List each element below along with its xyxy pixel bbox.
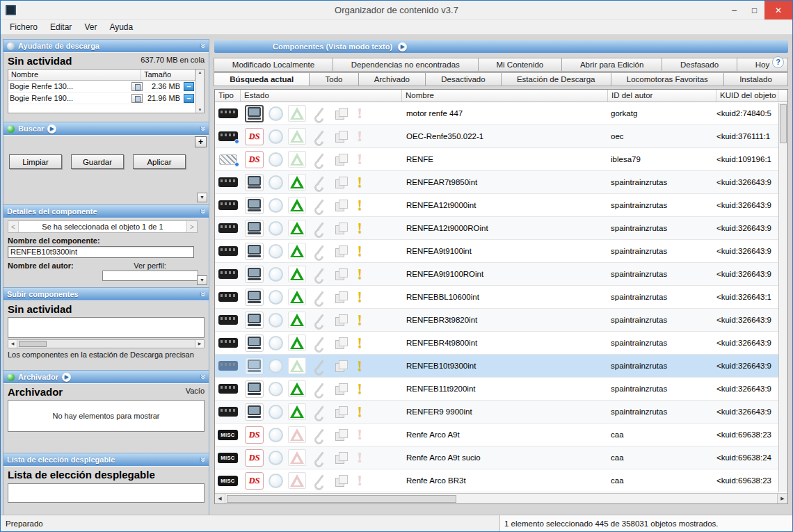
filter-tab[interactable]: Mi Contenido [478,58,562,72]
view-mode-arrow-icon[interactable] [398,42,407,51]
remove-from-queue-button[interactable] [184,94,194,103]
panel-header-details[interactable]: Detalles del componente [3,205,209,218]
menu-item[interactable]: Ayuda [103,21,139,33]
queue-item-file-icon[interactable] [131,94,143,103]
filter-tab[interactable]: Todo [309,72,358,86]
component-row[interactable]: DS OEC-Renfe350.022-1 oec <kuid:376111:1 [215,125,787,148]
panel-header-download-helper[interactable]: Ayudante de descarga [3,40,209,52]
collapse-chevrons-icon[interactable] [200,208,205,215]
triangle-status-icon [288,243,306,259]
component-row[interactable]: DS RENFE iblesa79 <kuid:109196:1 [215,148,787,171]
column-header[interactable]: KUID del objeto [716,90,778,102]
scroll-right-icon[interactable] [777,494,787,503]
vertical-scrollbar-thumb[interactable] [780,104,787,143]
type-icon: MISC [218,476,238,486]
component-row[interactable]: RENFER9 9900int spaintrainzrutas <kuid:3… [215,401,787,424]
panel-header-search[interactable]: Buscar [3,122,209,135]
search-action-button[interactable]: Guardar [71,154,124,169]
component-row[interactable]: RENFEA12t9000ROint spaintrainzrutas <kui… [215,217,787,240]
download-row[interactable]: Bogie Renfe 130... 2.36 MB [8,81,195,92]
download-row[interactable]: Bogie Renfe 190... 21.96 MB [8,92,195,104]
panel-header-drop-list[interactable]: Lista de elección desplegable [3,453,209,466]
collapse-chevrons-icon[interactable] [200,373,205,380]
component-row[interactable]: RENFEA9t9100ROint spaintrainzrutas <kuid… [215,263,787,286]
queue-item-file-icon[interactable] [131,82,143,91]
component-row[interactable]: RENFEA12t9000int spaintrainzrutas <kuid:… [215,194,787,217]
upload-scrollbar[interactable] [8,339,205,348]
horizontal-scrollbar[interactable] [215,493,787,503]
panel-expand-icon[interactable] [197,275,207,285]
type-cell [215,378,241,400]
maximize-button[interactable]: □ [744,1,764,19]
filter-tab[interactable]: Desfasado [662,58,737,72]
component-row[interactable]: MISC DS Renfe Arco A9t [215,424,787,446]
filter-tab[interactable]: Dependencias no encontradas [333,58,479,72]
close-button[interactable]: ✕ [764,1,792,19]
drop-list-area[interactable] [8,483,205,503]
component-row[interactable]: RENFEBR4t9800int spaintrainzrutas <kuid:… [215,332,787,355]
run-search-icon[interactable] [47,124,56,134]
component-row[interactable]: RENFEB10t9300int spaintrainzrutas <kuid:… [215,355,787,378]
collapse-chevrons-icon[interactable] [200,291,205,298]
menu-item[interactable]: Ver [78,21,103,33]
queue-scrollbar[interactable] [195,70,204,113]
panel-header-upload[interactable]: Subir componentes [3,288,209,300]
column-header-tamano[interactable]: Tamaño [141,70,195,80]
filter-tab[interactable]: Búsqueda actual [214,72,310,86]
download-queue-table: Nombre Tamaño Bogie Renfe 130... 2.36 MB [8,69,205,113]
component-row[interactable]: RENFEAR7t9850int spaintrainzrutas <kuid:… [215,171,787,194]
scroll-left-icon[interactable] [215,494,225,503]
collapse-chevrons-icon[interactable] [200,125,205,132]
horizontal-scrollbar-thumb[interactable] [227,495,456,503]
component-row[interactable]: motor renfe 447 gorkatg <kuid2:74840:5 [215,102,787,125]
scroll-left-icon[interactable] [8,340,17,348]
filter-tab[interactable]: Archivado [358,72,426,86]
component-name-field[interactable]: RENFEB10t9300int [8,246,194,258]
status-ball-icon [7,373,15,381]
column-header[interactable]: Nombre [402,90,608,102]
author-id: caa [608,446,716,469]
filter-tab[interactable]: Locomotoras Favoritas [611,72,724,86]
collapse-chevrons-icon[interactable] [200,456,205,463]
component-row[interactable]: MISC DS Renfe Arco BR3t [215,469,787,492]
vertical-scrollbar[interactable] [778,103,787,492]
menu-item[interactable]: Editar [44,21,78,33]
next-object-button[interactable]: > [186,221,197,232]
type-cell [215,309,241,331]
column-header[interactable]: ID del autor [608,90,716,102]
run-archiver-icon[interactable] [62,373,71,382]
scroll-right-icon[interactable] [195,340,204,348]
author-id: caa [608,424,716,446]
filter-tab[interactable]: Modificado Localmente [214,58,333,72]
component-row[interactable]: RENFEB11t9200int spaintrainzrutas <kuid:… [215,378,787,401]
search-action-button[interactable]: Aplicar [133,154,186,169]
filter-tab[interactable]: Desactivado [425,72,502,86]
panel-header-archiver[interactable]: Archivador [3,371,209,383]
component-row[interactable]: RENFEBR3t9820int spaintrainzrutas <kuid:… [215,309,787,332]
author-name-field[interactable] [102,271,198,281]
column-header[interactable]: Tipo [215,90,241,102]
add-filter-button[interactable]: + [195,136,207,147]
scrollbar-thumb[interactable] [19,341,47,347]
filter-tab[interactable]: Instalado [723,72,788,86]
component-row[interactable]: RENFEA9t9100int spaintrainzrutas <kuid:3… [215,240,787,263]
filter-tab[interactable]: Abrir para Edición [561,58,662,72]
status-cell [241,217,402,239]
tabs-row-1: Modificado LocalmenteDependencias no enc… [214,58,788,72]
collapse-chevrons-icon[interactable] [200,42,205,49]
help-button[interactable]: ? [772,56,784,68]
column-header-nombre[interactable]: Nombre [8,70,141,80]
column-header[interactable]: Estado [241,90,402,102]
remove-from-queue-button[interactable] [184,82,194,91]
filter-tab[interactable]: Estación de Descarga [501,72,611,86]
menu-item[interactable]: Fichero [3,21,44,33]
component-row[interactable]: MISC DS Renfe Arco A9t [215,446,787,469]
type-cell: MISC [215,469,241,492]
search-action-button[interactable]: Limpiar [9,154,62,169]
minimize-button[interactable]: – [724,1,744,19]
previous-object-button[interactable]: < [8,221,19,232]
panel-expand-icon[interactable] [197,193,207,202]
component-name: RENFEBBL10600int [402,286,608,308]
component-row[interactable]: RENFEBBL10600int spaintrainzrutas <kuid:… [215,286,787,309]
view-profile-link[interactable]: Ver perfil: [134,261,166,270]
